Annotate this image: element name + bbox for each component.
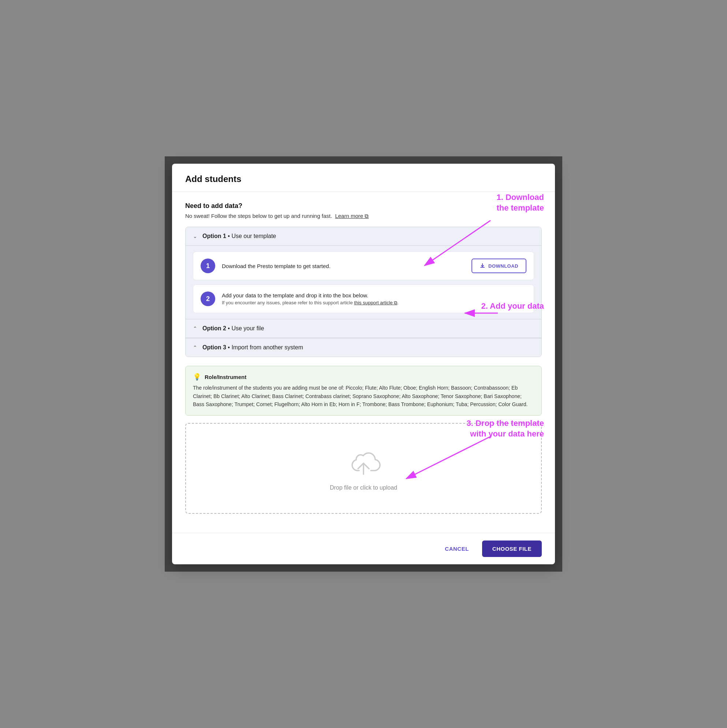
annotation-add-data: 2. Add your data [481, 301, 544, 312]
option1-chevron: ⌄ [193, 233, 199, 239]
options-container: ⌄ Option 1 • Use our template 1 [185, 227, 542, 357]
info-box: 💡 Role/Instrument The role/instrument of… [185, 366, 542, 415]
drop-zone-text: Drop file or click to upload [330, 485, 397, 491]
step2-subtext: If you encounter any issues, please refe… [222, 300, 526, 306]
option3-chevron: ⌃ [193, 344, 199, 350]
add-students-modal: 1. Download the template 2. Add your dat… [172, 164, 555, 564]
option3-header[interactable]: ⌃ Option 3 • Import from another system [186, 338, 541, 357]
step2-badge: 2 [201, 292, 215, 306]
step1-text: Download the Presto template to get star… [222, 263, 465, 269]
annotation-download: 1. Download the template [496, 192, 544, 213]
upload-icon [344, 446, 383, 479]
info-box-title: Role/Instrument [205, 374, 246, 380]
lightbulb-icon: 💡 [193, 373, 201, 381]
modal-title: Add students [185, 174, 542, 184]
download-button[interactable]: DOWNLOAD [472, 258, 526, 273]
info-box-header: 💡 Role/Instrument [193, 373, 534, 381]
step2-text: Add your data to the template and drop i… [222, 292, 526, 306]
option1-label: Option 1 • Use our template [202, 233, 276, 240]
upload-cloud-icon [344, 446, 383, 479]
info-box-text: The role/instrument of the students you … [193, 384, 534, 408]
download-icon [480, 263, 486, 269]
cancel-button[interactable]: CANCEL [437, 541, 476, 556]
modal-footer: CANCEL CHOOSE FILE [172, 533, 555, 564]
support-article-link[interactable]: this support article ⧉ [354, 300, 397, 306]
choose-file-button[interactable]: CHOOSE FILE [482, 540, 542, 557]
annotation-drop: 3. Drop the template with your data here [467, 418, 544, 439]
need-data-title: Need to add data? [185, 202, 542, 210]
step1-card: 1 Download the Presto template to get st… [193, 252, 534, 280]
option2-chevron: ⌃ [193, 326, 199, 332]
option3-label: Option 3 • Import from another system [202, 344, 303, 351]
need-data-section: Need to add data? No sweat! Follow the s… [185, 202, 542, 219]
need-data-desc: No sweat! Follow the steps below to get … [185, 213, 542, 219]
step1-badge: 1 [201, 258, 215, 273]
modal-header: Add students [172, 164, 555, 192]
option2-header[interactable]: ⌃ Option 2 • Use your file [186, 319, 541, 338]
learn-more-link[interactable]: Learn more ⧉ [335, 213, 369, 219]
option1-header[interactable]: ⌄ Option 1 • Use our template [186, 227, 541, 246]
option2-label: Option 2 • Use your file [202, 325, 264, 332]
modal-body: Need to add data? No sweat! Follow the s… [172, 192, 555, 532]
